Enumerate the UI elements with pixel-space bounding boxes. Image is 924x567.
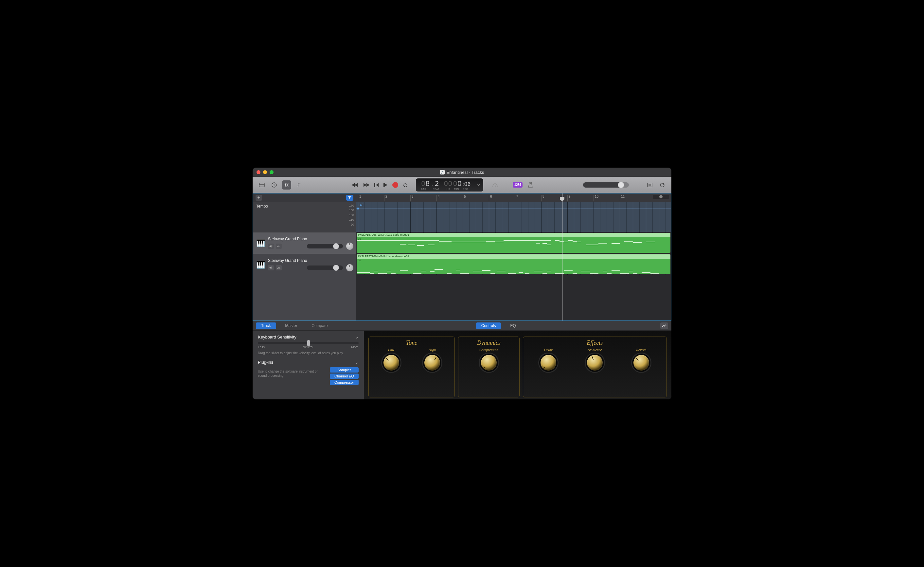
dynamics-panel: Dynamics Compression <box>458 337 519 397</box>
svg-line-10 <box>288 183 289 184</box>
plugin-compressor[interactable]: Compressor <box>330 380 358 385</box>
ruler-bar-label: 8 <box>541 195 544 201</box>
ruler-bar-label: 5 <box>463 195 466 201</box>
midi-region[interactable]: IMSLP157266-WIMA.f1ac-satie-mpe01 00 <box>357 254 670 274</box>
svg-point-11 <box>300 183 301 184</box>
rewind-button[interactable] <box>352 183 358 187</box>
chevron-down-icon: ⌄ <box>355 360 358 365</box>
region-title: IMSLP157266-WIMA.f1ac-satie-mpe01 <box>357 233 670 237</box>
ruler-bar-label: 3 <box>410 195 414 201</box>
lcd-min: 0 <box>458 179 462 188</box>
ruler[interactable]: 1234567891011 <box>356 194 671 202</box>
smart-controls-panel: Track Master Compare Controls EQ Keyboar… <box>253 321 671 399</box>
region-lane[interactable]: IMSLP157266-WIMA.f1ac-satie-mpe01 00 <box>356 254 671 275</box>
add-track-button[interactable] <box>255 195 262 201</box>
arpeggiator-icon[interactable] <box>660 322 668 329</box>
minimize-button[interactable] <box>263 170 267 174</box>
chevron-down-icon: ⌄ <box>355 335 358 340</box>
mute-button[interactable] <box>268 265 274 271</box>
svg-rect-12 <box>374 183 375 187</box>
region-lane[interactable]: IMSLP157266-WIMA.f1ac-satie-mpe01 00 <box>356 232 671 254</box>
region-title: IMSLP157266-WIMA.f1ac-satie-mpe01 <box>357 254 670 259</box>
tab-master[interactable]: Master <box>280 322 303 329</box>
timeline[interactable]: 1234567891011 140 IMSLP157266-WIMA.f1ac-… <box>356 194 671 320</box>
instrument-controls: Tone Low High Dynamics Compression Effec… <box>364 331 671 399</box>
playhead[interactable] <box>562 194 562 320</box>
lcd-bar-beat: 8 . 2 <box>426 179 439 188</box>
tab-eq[interactable]: EQ <box>505 322 521 329</box>
window-title: EnfantinesI - Tracks <box>447 170 484 175</box>
tempo-value: 140 <box>358 203 363 207</box>
pan-knob[interactable] <box>346 264 353 271</box>
ruler-bar-label: 2 <box>384 195 387 201</box>
knob-reverb[interactable] <box>632 353 651 372</box>
svg-text:?: ? <box>273 183 275 187</box>
stop-button[interactable] <box>374 183 379 187</box>
zoom-slider[interactable] <box>653 195 669 199</box>
plugin-channel-eq[interactable]: Channel EQ <box>330 373 358 379</box>
keyboard-sensitivity-header[interactable]: Keyboard Sensitivity ⌄ <box>258 335 358 340</box>
count-in-button[interactable]: 1234 <box>513 182 522 188</box>
notepad-button[interactable] <box>645 180 654 190</box>
play-button[interactable] <box>383 182 388 188</box>
ruler-bar-label: 11 <box>620 195 625 201</box>
tempo-lane[interactable]: 140 <box>356 202 671 232</box>
knob-high[interactable] <box>423 353 441 372</box>
svg-rect-13 <box>648 183 652 187</box>
lcd-dropdown-icon[interactable] <box>476 184 480 186</box>
tab-compare[interactable]: Compare <box>306 322 333 329</box>
knob-compression[interactable] <box>480 353 498 372</box>
fullscreen-button[interactable] <box>270 170 273 174</box>
cycle-button[interactable] <box>403 183 409 187</box>
transport-controls <box>352 182 409 188</box>
midi-region[interactable]: IMSLP157266-WIMA.f1ac-satie-mpe01 00 <box>357 233 670 253</box>
svg-line-8 <box>288 186 289 186</box>
effects-panel: Effects Delay Ambience Reverb <box>523 337 667 397</box>
tab-controls[interactable]: Controls <box>476 322 501 329</box>
plugins-header[interactable]: Plug-ins ⌄ <box>258 360 358 365</box>
tempo-scale: 170 150 130 110 90 <box>349 203 354 227</box>
track-volume-slider[interactable] <box>307 244 343 248</box>
ruler-bar-label: 6 <box>489 195 492 201</box>
lcd-sec: :06 <box>463 181 471 187</box>
close-button[interactable] <box>256 170 261 174</box>
lcd-display[interactable]: 08 . 2 BARBEAT 00 00 :06 HRMINSEC <box>416 178 483 191</box>
forward-button[interactable] <box>363 183 369 187</box>
instrument-icon: 🎹 <box>255 260 266 270</box>
ruler-bar-label: 4 <box>436 195 440 201</box>
master-volume-slider[interactable] <box>583 182 629 188</box>
sensitivity-help: Drag the slider to adjust the velocity l… <box>258 351 358 355</box>
plugins-help: Use to change the software instrument or… <box>258 369 327 386</box>
track-filter-button[interactable] <box>346 195 353 201</box>
smart-controls-button[interactable] <box>282 180 291 190</box>
svg-line-7 <box>285 183 286 184</box>
knob-ambience[interactable] <box>586 353 604 372</box>
solo-button[interactable] <box>276 244 282 249</box>
quick-help-button[interactable]: ? <box>270 180 279 190</box>
library-button[interactable] <box>257 180 266 190</box>
loops-button[interactable] <box>658 180 667 190</box>
app-icon: 🎵 <box>440 170 445 174</box>
tempo-label: Tempo <box>256 204 268 209</box>
ruler-bar-label: 7 <box>515 195 518 201</box>
track-volume-slider[interactable] <box>307 266 343 270</box>
track-name-label: Steinway Grand Piano <box>268 258 353 263</box>
tab-track[interactable]: Track <box>256 322 276 329</box>
tuner-button[interactable] <box>490 180 500 190</box>
knob-low[interactable] <box>382 353 400 372</box>
track-list: Tempo 170 150 130 110 90 🎹 Steinway Gran… <box>253 194 356 320</box>
track-header[interactable]: 🎹 Steinway Grand Piano <box>253 232 356 254</box>
knob-delay[interactable] <box>539 353 558 372</box>
plugin-sampler[interactable]: Sampler <box>330 367 358 373</box>
metronome-button[interactable] <box>526 180 535 190</box>
mute-button[interactable] <box>268 244 274 249</box>
tempo-track-header[interactable]: Tempo 170 150 130 110 90 <box>253 202 356 232</box>
pan-knob[interactable] <box>346 242 353 250</box>
editors-button[interactable] <box>294 180 304 190</box>
track-header[interactable]: 🎹 Steinway Grand Piano <box>253 254 356 275</box>
sensitivity-slider[interactable] <box>258 342 358 344</box>
ruler-bar-label: 10 <box>594 195 598 201</box>
track-name-label: Steinway Grand Piano <box>268 237 353 241</box>
record-button[interactable] <box>392 182 398 188</box>
solo-button[interactable] <box>276 265 282 271</box>
